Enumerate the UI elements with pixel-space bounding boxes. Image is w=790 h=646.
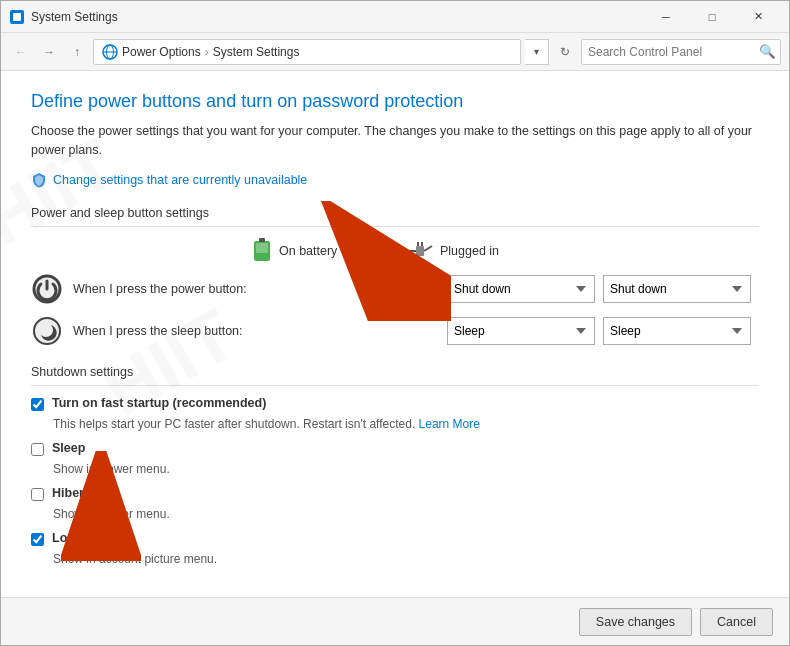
page-title: Define power buttons and turn on passwor… bbox=[31, 91, 759, 112]
sleep-pluggedin-select[interactable]: Sleep Hibernate Shut down Turn off the d… bbox=[603, 317, 751, 345]
sleep-option-sub: Show in Power menu. bbox=[53, 462, 759, 476]
shield-icon bbox=[31, 172, 47, 188]
column-headers: On battery Plugged in bbox=[31, 237, 759, 265]
maximize-button[interactable]: □ bbox=[689, 1, 735, 33]
hibernate-option-sub: Show in Power menu. bbox=[53, 507, 759, 521]
power-button-row: When I press the power button: Shut down… bbox=[31, 273, 759, 305]
lock-option-sub: Show in account picture menu. bbox=[53, 552, 759, 566]
footer: Save changes Cancel bbox=[1, 597, 789, 645]
power-button-label: When I press the power button: bbox=[73, 282, 447, 296]
page-description: Choose the power settings that you want … bbox=[31, 122, 759, 160]
fast-startup-row: Turn on fast startup (recommended) bbox=[31, 396, 759, 411]
main-content: HIIT HIIT Define power buttons and turn … bbox=[1, 71, 789, 597]
battery-column-header: On battery bbox=[251, 237, 406, 265]
svg-rect-6 bbox=[259, 238, 265, 242]
fast-startup-label[interactable]: Turn on fast startup (recommended) bbox=[52, 396, 266, 410]
save-changes-button[interactable]: Save changes bbox=[579, 608, 692, 636]
svg-rect-10 bbox=[416, 246, 424, 256]
breadcrumb-separator: › bbox=[205, 45, 209, 59]
fast-startup-checkbox[interactable] bbox=[31, 398, 44, 411]
svg-line-13 bbox=[424, 246, 432, 251]
search-input[interactable] bbox=[582, 45, 754, 59]
minimize-button[interactable]: ─ bbox=[643, 1, 689, 33]
battery-label: On battery bbox=[279, 244, 337, 258]
sleep-button-icon bbox=[31, 315, 63, 347]
battery-icon bbox=[251, 237, 273, 265]
pluggedin-column-header: Plugged in bbox=[406, 240, 561, 262]
search-button[interactable]: 🔍 bbox=[754, 40, 780, 64]
window-title: System Settings bbox=[31, 10, 643, 24]
title-bar: System Settings ─ □ ✕ bbox=[1, 1, 789, 33]
sleep-button-label: When I press the sleep button: bbox=[73, 324, 447, 338]
pluggedin-icon bbox=[406, 240, 434, 262]
lock-option-label[interactable]: Lock bbox=[52, 531, 81, 545]
pluggedin-label: Plugged in bbox=[440, 244, 499, 258]
svg-rect-1 bbox=[13, 13, 21, 21]
sleep-checkbox[interactable] bbox=[31, 443, 44, 456]
sleep-option-label[interactable]: Sleep bbox=[52, 441, 85, 455]
sleep-option-row: Sleep bbox=[31, 441, 759, 456]
cancel-button[interactable]: Cancel bbox=[700, 608, 773, 636]
change-settings-link[interactable]: Change settings that are currently unava… bbox=[31, 172, 759, 188]
fast-startup-sub: This helps start your PC faster after sh… bbox=[53, 417, 759, 431]
breadcrumb-dropdown[interactable]: ▾ bbox=[525, 39, 549, 65]
hibernate-option-label[interactable]: Hibernate bbox=[52, 486, 110, 500]
forward-button[interactable]: → bbox=[37, 40, 61, 64]
lock-option-row: Lock bbox=[31, 531, 759, 546]
change-settings-text: Change settings that are currently unava… bbox=[53, 173, 307, 187]
power-pluggedin-select[interactable]: Shut down Sleep Hibernate Turn off the d… bbox=[603, 275, 751, 303]
svg-rect-8 bbox=[256, 253, 268, 259]
sleep-battery-select[interactable]: Sleep Hibernate Shut down Turn off the d… bbox=[447, 317, 595, 345]
globe-icon bbox=[102, 44, 118, 60]
breadcrumb-part2: System Settings bbox=[213, 45, 300, 59]
refresh-button[interactable]: ↻ bbox=[553, 40, 577, 64]
up-button[interactable]: ↑ bbox=[65, 40, 89, 64]
breadcrumb-part1: Power Options bbox=[122, 45, 201, 59]
main-window: System Settings ─ □ ✕ ← → ↑ Power Option… bbox=[0, 0, 790, 646]
lock-checkbox[interactable] bbox=[31, 533, 44, 546]
shutdown-section: Shutdown settings Turn on fast startup (… bbox=[31, 365, 759, 566]
close-button[interactable]: ✕ bbox=[735, 1, 781, 33]
window-icon bbox=[9, 9, 25, 25]
address-bar: ← → ↑ Power Options › System Settings ▾ … bbox=[1, 33, 789, 71]
hibernate-option-row: Hibernate bbox=[31, 486, 759, 501]
section1-header: Power and sleep button settings bbox=[31, 206, 759, 227]
window-controls: ─ □ ✕ bbox=[643, 1, 781, 33]
section2-header: Shutdown settings bbox=[31, 365, 759, 386]
breadcrumb: Power Options › System Settings bbox=[93, 39, 521, 65]
sleep-button-row: When I press the sleep button: Sleep Hib… bbox=[31, 315, 759, 347]
search-box: 🔍 bbox=[581, 39, 781, 65]
back-button[interactable]: ← bbox=[9, 40, 33, 64]
hibernate-checkbox[interactable] bbox=[31, 488, 44, 501]
power-battery-select[interactable]: Shut down Sleep Hibernate Turn off the d… bbox=[447, 275, 595, 303]
power-button-icon bbox=[31, 273, 63, 305]
learn-more-link[interactable]: Learn More bbox=[419, 417, 480, 431]
